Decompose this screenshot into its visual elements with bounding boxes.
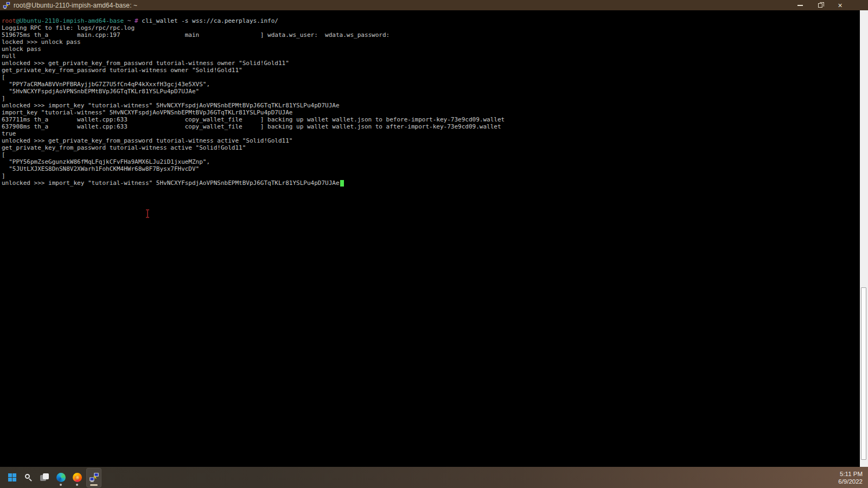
firefox-icon	[73, 473, 82, 482]
taskbar-clock[interactable]: 5:11 PM 6/9/2022	[838, 470, 863, 485]
minimize-button[interactable]	[790, 0, 810, 10]
putty-active-indicator	[90, 484, 98, 486]
terminal-line: locked >>> unlock pass	[2, 38, 860, 46]
terminal-line: unlock pass	[2, 46, 860, 53]
terminal-line: unlocked >>> import_key "tutorial-witnes…	[2, 179, 860, 187]
terminal-line: [	[2, 151, 860, 158]
restore-icon	[818, 3, 822, 8]
terminal-lines: root@Ubuntu-2110-impish-amd64-base ~ # c…	[2, 17, 860, 187]
terminal-line: null	[2, 53, 860, 60]
taskbar: 5:11 PM 6/9/2022	[0, 467, 868, 488]
taskbar-firefox-button[interactable]	[70, 468, 84, 487]
taskbar-putty-button[interactable]	[86, 468, 101, 487]
window-title: root@Ubuntu-2110-impish-amd64-base: ~	[14, 2, 137, 9]
terminal-line: true	[2, 130, 860, 137]
terminal-line: get_private_key_from_password tutorial-w…	[2, 67, 860, 74]
terminal-line: "5HvNCXYFspdjAoVPNSnbEPMtBVpJ6GTqTKLr81Y…	[2, 88, 860, 95]
terminal-line: 519675ms th_a main.cpp:197 main ] wdata.…	[2, 31, 860, 38]
terminal-scrollbar[interactable]	[860, 10, 868, 467]
task-view-button[interactable]	[37, 468, 52, 487]
desktop: root@Ubuntu-2110-impish-amd64-base: ~ × …	[0, 0, 868, 488]
close-button[interactable]: ×	[830, 0, 850, 10]
search-icon	[24, 473, 33, 482]
terminal-line: unlocked >>> import_key "tutorial-witnes…	[2, 102, 860, 109]
terminal-line: [	[2, 74, 860, 81]
terminal-line: unlocked >>> get_private_key_from_passwo…	[2, 137, 860, 144]
start-button[interactable]	[5, 468, 19, 487]
terminal-line: ]	[2, 172, 860, 179]
terminal-line: "PPY56pmZseGgunzkW86fMqLFqjkCFvFHa9AMX6L…	[2, 158, 860, 165]
clock-date: 6/9/2022	[838, 478, 863, 485]
terminal-line: "5JUtLXJXES8DnSN8V2XWarh1FohCKM4HWr68w8F…	[2, 165, 860, 172]
terminal[interactable]: root@Ubuntu-2110-impish-amd64-base ~ # c…	[0, 10, 860, 467]
terminal-line: get_private_key_from_password tutorial-w…	[2, 144, 860, 151]
edge-running-indicator	[60, 484, 62, 486]
terminal-line: 637711ms th_a wallet.cpp:633 copy_wallet…	[2, 116, 860, 123]
minimize-icon	[797, 5, 803, 6]
windows-start-icon	[8, 473, 16, 481]
taskbar-edge-button[interactable]	[54, 468, 68, 487]
terminal-line: root@Ubuntu-2110-impish-amd64-base ~ # c…	[2, 17, 860, 24]
terminal-line: import_key "tutorial-witness" 5HvNCXYFsp…	[2, 109, 860, 116]
maximize-button[interactable]	[810, 0, 830, 10]
terminal-line: unlocked >>> get_private_key_from_passwo…	[2, 60, 860, 67]
terminal-line: ]	[2, 95, 860, 102]
clock-time: 5:11 PM	[838, 470, 863, 478]
terminal-block-cursor	[340, 180, 344, 187]
terminal-line: Logging RPC to file: logs/rpc/rpc.log	[2, 24, 860, 31]
putty-icon	[89, 472, 99, 483]
terminal-line: "PPY7aCRMaABVVnPFBRAyjjbG7Z7U5fCn4qP4kXx…	[2, 81, 860, 88]
window-titlebar[interactable]: root@Ubuntu-2110-impish-amd64-base: ~ ×	[0, 0, 868, 10]
mouse-ibeam-cursor	[145, 209, 150, 218]
close-icon: ×	[838, 2, 842, 9]
taskbar-search-button[interactable]	[21, 468, 35, 487]
scrollbar-thumb[interactable]	[861, 287, 866, 460]
terminal-line: 637908ms th_a wallet.cpp:633 copy_wallet…	[2, 123, 860, 130]
firefox-running-indicator	[76, 484, 78, 486]
edge-icon	[56, 473, 66, 482]
task-view-icon	[40, 473, 49, 482]
putty-window-icon	[3, 2, 10, 9]
